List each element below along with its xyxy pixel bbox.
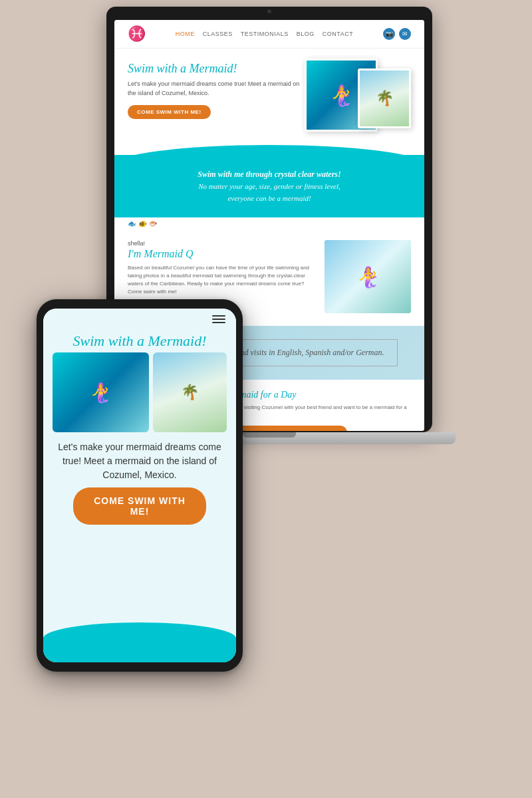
menu-line-3	[212, 322, 225, 323]
mobile-screen-border: Swim with a Mermaid! 🧜‍♀️ 🌴 Let's make y…	[37, 299, 243, 672]
fish-icon-2: 🐠	[138, 220, 146, 227]
nav-icons: 📷 ✉	[383, 28, 411, 40]
hero-images: 🧜‍♀️ 🌴	[305, 59, 411, 145]
email-icon[interactable]: ✉	[399, 28, 411, 40]
laptop-camera	[267, 9, 271, 13]
mobile-hero-text: Let's make your mermaid dreams come true…	[43, 432, 236, 487]
hero-title: Swim with a Mermaid!	[128, 62, 305, 76]
mobile-menu-button[interactable]	[212, 315, 225, 323]
nav-home[interactable]: HOME	[176, 31, 195, 37]
wave-section: Swim with me through crystal clear water…	[114, 155, 424, 217]
mobile-header	[43, 309, 236, 327]
mermaid-day-title: Mermaid for a Day	[224, 390, 411, 400]
logo: ♓	[128, 25, 146, 43]
mermaid-day-info: Mermaid for a Day Are you visiting Cozum…	[224, 390, 411, 431]
mobile-notch	[116, 299, 163, 306]
about-subtitle: shella!	[128, 240, 315, 247]
instagram-icon[interactable]: 📷	[383, 28, 395, 40]
hero-section: Swim with a Mermaid! Let's make your mer…	[114, 49, 424, 155]
mobile-palm-image: 🌴	[153, 352, 227, 432]
nav-contact[interactable]: CONTACT	[323, 31, 353, 37]
mobile-screen: Swim with a Mermaid! 🧜‍♀️ 🌴 Let's make y…	[43, 309, 236, 662]
mobile-wave-decoration	[43, 622, 236, 662]
mobile-mockup: Swim with a Mermaid! 🧜‍♀️ 🌴 Let's make y…	[37, 299, 243, 685]
fish-icon-3: 🐡	[149, 220, 157, 227]
mobile-content: Swim with a Mermaid! 🧜‍♀️ 🌴 Let's make y…	[43, 309, 236, 662]
fish-icon-1: 🐟	[128, 220, 136, 227]
fish-decoration: 🐟 🐠 🐡	[114, 217, 424, 230]
about-body: Based on beautiful Cozumel you can have …	[128, 264, 315, 296]
nav-testimonials[interactable]: TESTIMONIALS	[241, 31, 289, 37]
menu-line-1	[212, 315, 225, 317]
mobile-hero-title: Swim with a Mermaid!	[43, 327, 236, 352]
nav-blog[interactable]: BLOG	[297, 31, 315, 37]
hero-palm-image: 🌴	[358, 68, 411, 128]
hero-cta-button[interactable]: COME SWIM WITH ME!	[128, 105, 211, 119]
site-nav: ♓ HOME CLASSES TESTIMONIALS BLOG CONTACT…	[114, 20, 424, 49]
hero-text: Swim with a Mermaid! Let's make your mer…	[128, 59, 305, 145]
mobile-images-row: 🧜‍♀️ 🌴	[43, 352, 236, 432]
nav-classes[interactable]: CLASSES	[203, 31, 233, 37]
about-image: 🧜‍♀️	[325, 240, 411, 313]
mobile-cta-button[interactable]: COME SWIM WITH ME!	[73, 487, 206, 525]
mermaid-day-desc: Are you visiting Cozumel with your best …	[224, 404, 411, 420]
mobile-swim-image: 🧜‍♀️	[53, 352, 149, 432]
nav-links: HOME CLASSES TESTIMONIALS BLOG CONTACT	[176, 31, 353, 37]
laptop-notch	[243, 432, 296, 438]
menu-line-2	[212, 319, 225, 320]
about-title: I'm Mermaid Q	[128, 248, 315, 260]
hero-subtitle: Let's make your mermaid dreams come true…	[128, 80, 305, 98]
wave-text: Swim with me through crystal clear water…	[128, 168, 411, 204]
